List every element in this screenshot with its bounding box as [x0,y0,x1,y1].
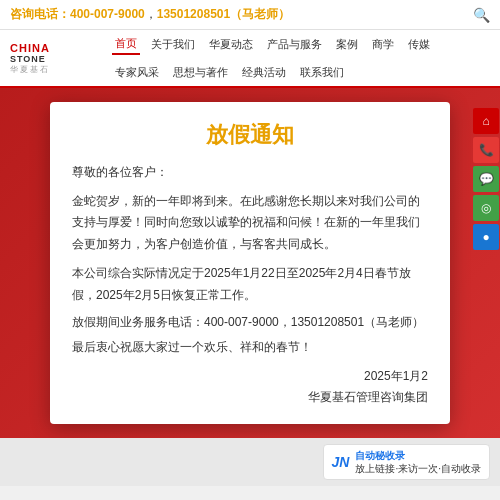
qq-icon[interactable]: ● [473,224,499,250]
wechat-icon[interactable]: ◎ [473,195,499,221]
badge-brand: 自动秘收录 [355,449,481,462]
phone1[interactable]: 400-007-9000 [70,7,145,21]
chat-icon[interactable]: 💬 [473,166,499,192]
nav-experts[interactable]: 专家风采 [112,63,162,82]
notice-para1: 金蛇贺岁，新的一年即将到来。在此感谢您长期以来对我们公司的支持与厚爱！同时向您致… [72,191,428,256]
nav-dynamics[interactable]: 华夏动态 [206,35,256,54]
logo: CHINA STONE 华夏基石 [10,42,50,75]
nav-contact[interactable]: 联系我们 [297,63,347,82]
nav-cases[interactable]: 案例 [333,35,361,54]
phone-icon[interactable]: 📞 [473,137,499,163]
search-icon[interactable]: 🔍 [473,7,490,23]
badge-text: 自动秘收录 放上链接·来访一次·自动收录 [355,449,481,475]
notice-box: 放假通知 尊敬的各位客户： 金蛇贺岁，新的一年即将到来。在此感谢您长期以来对我们… [50,102,450,425]
sidebar-icons: ⌂ 📞 💬 ◎ ● [472,88,500,438]
badge-slogan: 放上链接·来访一次·自动收录 [355,462,481,475]
nav-items: 首页 关于我们 华夏动态 产品与服务 案例 商学 传媒 专家风采 思想与著作 经… [112,34,490,82]
nav-business[interactable]: 商学 [369,35,397,54]
notice-date: 2025年1月2 [72,368,428,385]
nav-thoughts[interactable]: 思想与著作 [170,63,231,82]
home-icon[interactable]: ⌂ [473,108,499,134]
notice-para2: 本公司综合实际情况定于2025年1月22日至2025年2月4日春节放假，2025… [72,263,428,306]
logo-area: CHINA STONE 华夏基石 [10,42,100,75]
notice-salutation: 尊敬的各位客户： [72,164,428,181]
bottom-bar: JN 自动秘收录 放上链接·来访一次·自动收录 [0,438,500,486]
notice-company: 华夏基石管理咨询集团 [72,389,428,406]
auto-collect-badge[interactable]: JN 自动秘收录 放上链接·来访一次·自动收录 [323,444,490,480]
logo-en-text: CHINA [10,42,50,54]
nav-activities[interactable]: 经典活动 [239,63,289,82]
contact-label: 咨询电话： [10,7,70,21]
nav-about[interactable]: 关于我们 [148,35,198,54]
logo-zh-text: 华夏基石 [10,64,50,75]
main-nav: CHINA STONE 华夏基石 首页 关于我们 华夏动态 产品与服务 案例 商… [0,30,500,88]
notice-blessing: 最后衷心祝愿大家过一个欢乐、祥和的春节！ [72,339,428,356]
nav-products[interactable]: 产品与服务 [264,35,325,54]
nav-media[interactable]: 传媒 [405,35,433,54]
notice-title: 放假通知 [72,120,428,150]
contact-info: 咨询电话：400-007-9000，13501208501（马老师） [10,6,290,23]
top-bar: 咨询电话：400-007-9000，13501208501（马老师） 🔍 [0,0,500,30]
modal-overlay: ⌂ 📞 💬 ◎ ● 放假通知 尊敬的各位客户： 金蛇贺岁，新的一年即将到来。在此… [0,88,500,438]
logo-en-stone: STONE [10,54,46,64]
phone2[interactable]: 13501208501（马老师） [157,7,290,21]
notice-phone: 放假期间业务服务电话：400-007-9000，13501208501（马老师） [72,314,428,331]
nav-home[interactable]: 首页 [112,34,140,55]
badge-logo-icon: JN [332,454,350,470]
